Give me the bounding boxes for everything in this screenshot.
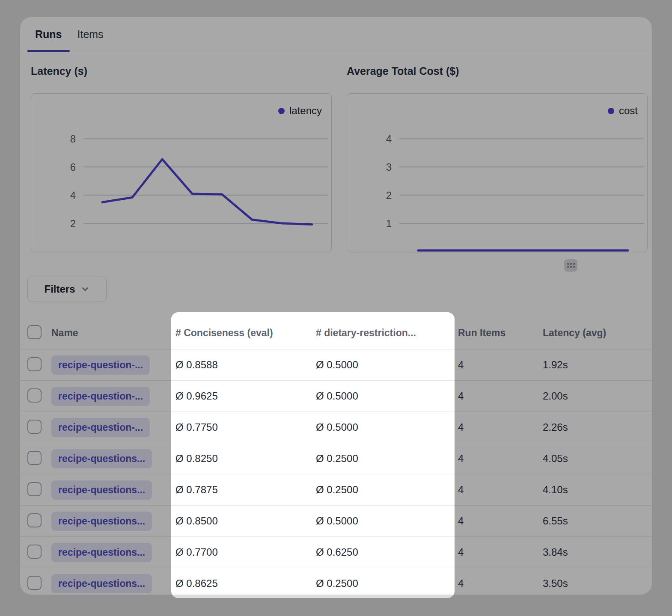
dietary-score-cell: Ø 0.5000 [316, 359, 458, 371]
row-checkbox[interactable] [27, 388, 42, 403]
run-items-cell: 4 [458, 421, 543, 433]
latency-line-plot: 2468 [31, 94, 331, 252]
dietary-score-cell: Ø 0.5000 [316, 390, 458, 402]
cost-legend-label: cost [619, 105, 638, 117]
table-header-row: Name # Conciseness (eval) # dietary-rest… [20, 317, 652, 349]
row-checkbox[interactable] [27, 451, 42, 465]
svg-text:2: 2 [70, 218, 76, 229]
table-row[interactable]: recipe-question-... Ø 0.9625 Ø 0.5000 4 … [20, 381, 652, 412]
table-row[interactable]: recipe-questions... Ø 0.7875 Ø 0.2500 4 … [20, 474, 652, 506]
run-name-badge[interactable]: recipe-questions... [51, 449, 152, 468]
latency-avg-cell: 3.84s [543, 546, 652, 558]
run-items-cell: 4 [458, 484, 543, 496]
run-name-cell: recipe-questions... [44, 480, 175, 500]
run-name-cell: recipe-questions... [44, 574, 175, 593]
column-header-dietary: # dietary-restriction... [316, 327, 458, 339]
tab-runs[interactable]: Runs [27, 17, 70, 52]
row-checkbox[interactable] [27, 482, 42, 496]
svg-text:2: 2 [386, 190, 392, 201]
filters-button[interactable]: Filters [27, 276, 107, 302]
run-items-cell: 4 [458, 453, 543, 465]
cost-legend-dot-icon [608, 108, 614, 114]
run-name-badge[interactable]: recipe-questions... [51, 512, 152, 531]
run-name-cell: recipe-question-... [44, 418, 175, 437]
run-items-cell: 4 [458, 390, 543, 402]
svg-text:6: 6 [70, 161, 76, 173]
select-all-checkbox[interactable] [27, 325, 42, 339]
row-checkbox-cell [20, 420, 44, 435]
resize-drag-handle[interactable] [564, 259, 577, 272]
run-items-cell: 4 [458, 515, 543, 527]
run-name-cell: recipe-questions... [44, 512, 175, 531]
table-body: recipe-question-... Ø 0.8588 Ø 0.5000 4 … [20, 349, 652, 595]
latency-chart: 2468 latency [31, 93, 332, 252]
dietary-score-cell: Ø 0.6250 [316, 546, 458, 558]
row-checkbox-cell [20, 576, 44, 592]
run-name-cell: recipe-question-... [44, 355, 175, 375]
cost-chart: 1234 cost [347, 93, 648, 252]
latency-chart-title: Latency (s) [31, 63, 87, 79]
run-name-badge[interactable]: recipe-question-... [51, 418, 150, 437]
run-items-cell: 4 [458, 578, 543, 589]
svg-text:8: 8 [70, 133, 76, 145]
dietary-score-cell: Ø 0.5000 [316, 515, 458, 527]
conciseness-score-cell: Ø 0.9625 [175, 390, 316, 402]
run-name-cell: recipe-question-... [44, 387, 175, 406]
run-items-cell: 4 [458, 359, 543, 371]
table-row[interactable]: recipe-question-... Ø 0.7750 Ø 0.5000 4 … [20, 412, 652, 443]
dietary-score-cell: Ø 0.2500 [316, 578, 458, 589]
tab-runs-label: Runs [35, 28, 62, 41]
table-row[interactable]: recipe-questions... Ø 0.7700 Ø 0.6250 4 … [20, 537, 652, 568]
table-row[interactable]: recipe-questions... Ø 0.8625 Ø 0.2500 4 … [20, 568, 652, 595]
svg-text:1: 1 [386, 218, 392, 229]
conciseness-score-cell: Ø 0.7875 [175, 484, 316, 496]
run-name-badge[interactable]: recipe-questions... [51, 543, 152, 562]
conciseness-score-cell: Ø 0.7750 [175, 421, 316, 433]
conciseness-score-cell: Ø 0.8250 [175, 453, 316, 465]
dietary-score-cell: Ø 0.2500 [316, 484, 458, 496]
run-name-badge[interactable]: recipe-question-... [51, 355, 150, 375]
conciseness-score-cell: Ø 0.8588 [175, 359, 316, 371]
row-checkbox[interactable] [27, 357, 42, 371]
latency-avg-cell: 2.00s [543, 390, 652, 402]
column-header-conciseness: # Conciseness (eval) [175, 327, 316, 339]
table-row[interactable]: recipe-questions... Ø 0.8500 Ø 0.5000 4 … [20, 506, 652, 537]
cost-line-plot: 1234 [347, 94, 647, 252]
conciseness-score-cell: Ø 0.8500 [175, 515, 316, 527]
runs-table: Name # Conciseness (eval) # dietary-rest… [20, 317, 652, 595]
tab-items[interactable]: Items [70, 17, 111, 52]
row-checkbox-cell [20, 451, 44, 467]
run-name-badge[interactable]: recipe-questions... [51, 480, 152, 500]
runs-panel: Runs Items Latency (s) 2468 latency Aver… [20, 17, 652, 595]
column-header-run-items: Run Items [458, 327, 543, 339]
latency-avg-cell: 4.10s [543, 484, 652, 496]
svg-text:4: 4 [70, 190, 76, 201]
row-checkbox-cell [20, 513, 44, 529]
run-name-badge[interactable]: recipe-question-... [51, 387, 150, 406]
drag-dots-icon [567, 263, 575, 268]
latency-avg-cell: 3.50s [543, 578, 652, 589]
page-background: Runs Items Latency (s) 2468 latency Aver… [0, 0, 672, 616]
filters-button-label: Filters [44, 283, 75, 295]
row-checkbox[interactable] [27, 545, 42, 559]
latency-avg-cell: 4.05s [543, 453, 652, 465]
run-name-cell: recipe-questions... [44, 449, 175, 468]
latency-avg-cell: 1.92s [543, 359, 652, 371]
row-checkbox[interactable] [27, 513, 42, 527]
svg-text:4: 4 [386, 133, 392, 145]
run-name-cell: recipe-questions... [44, 543, 175, 562]
column-header-name: Name [44, 327, 175, 339]
row-checkbox[interactable] [27, 576, 42, 590]
cost-chart-title: Average Total Cost ($) [347, 63, 459, 79]
tab-bar: Runs Items [20, 17, 652, 52]
row-checkbox-cell [20, 545, 44, 560]
table-row[interactable]: recipe-questions... Ø 0.8250 Ø 0.2500 4 … [20, 443, 652, 474]
conciseness-score-cell: Ø 0.8625 [175, 578, 316, 589]
dietary-score-cell: Ø 0.5000 [316, 421, 458, 433]
row-checkbox-cell [20, 482, 44, 498]
latency-legend-label: latency [289, 105, 322, 117]
run-name-badge[interactable]: recipe-questions... [51, 574, 152, 593]
tab-items-label: Items [77, 28, 104, 41]
row-checkbox[interactable] [27, 420, 42, 434]
table-row[interactable]: recipe-question-... Ø 0.8588 Ø 0.5000 4 … [20, 349, 652, 381]
